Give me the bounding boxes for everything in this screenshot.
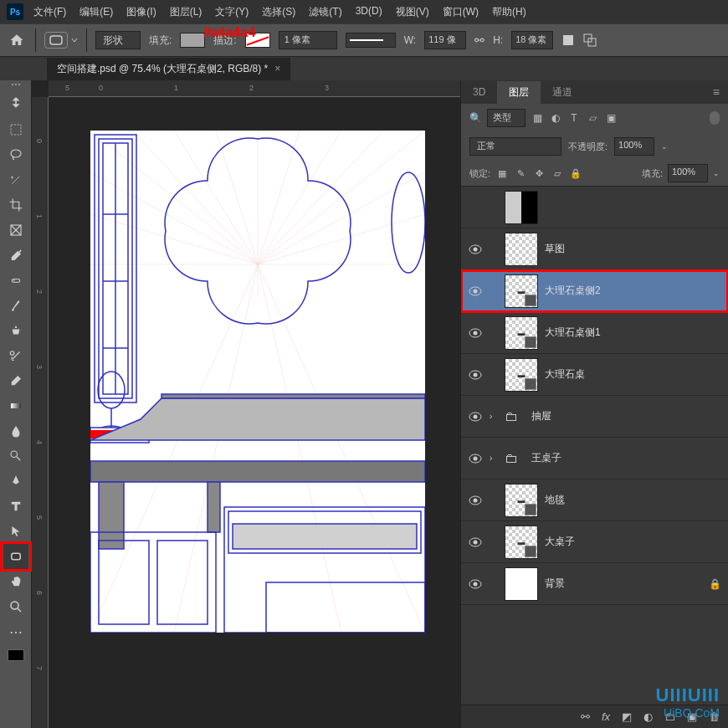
layer-name[interactable]: 背景 xyxy=(545,577,565,591)
shape-mode-select[interactable]: 形状 xyxy=(95,31,141,49)
menu-item[interactable]: 窗口(W) xyxy=(436,2,485,23)
magic-wand-tool[interactable] xyxy=(3,167,28,192)
expand-caret-icon[interactable]: › xyxy=(490,454,498,463)
menu-item[interactable]: 文字(Y) xyxy=(208,2,255,23)
stroke-style-select[interactable] xyxy=(346,33,396,48)
visibility-icon[interactable] xyxy=(468,242,483,257)
visibility-icon[interactable] xyxy=(468,326,483,341)
visibility-icon[interactable] xyxy=(468,367,483,382)
shape-preset[interactable] xyxy=(44,32,78,49)
layer-row[interactable] xyxy=(461,187,728,228)
menu-item[interactable]: 视图(V) xyxy=(389,2,436,23)
lock-pixels-icon[interactable]: ▦ xyxy=(495,167,509,180)
layer-name[interactable]: 地毯 xyxy=(545,493,565,507)
layer-name[interactable]: 草图 xyxy=(545,242,565,256)
layer-row[interactable]: ▬大理石桌 xyxy=(461,354,728,396)
edit-toolbar[interactable]: ⋯ xyxy=(3,619,28,644)
layer-name[interactable]: 大理石桌侧1 xyxy=(545,326,601,340)
layer-row[interactable]: 草图 xyxy=(461,228,728,270)
zoom-tool[interactable] xyxy=(3,594,28,619)
adjustment-icon[interactable]: ◐ xyxy=(643,710,653,723)
visibility-icon[interactable] xyxy=(468,409,483,424)
healing-tool[interactable] xyxy=(3,268,28,293)
filter-adjust-icon[interactable]: ◐ xyxy=(549,111,562,125)
menu-item[interactable]: 编辑(E) xyxy=(73,2,120,23)
home-button[interactable] xyxy=(7,30,27,50)
layer-thumbnail[interactable]: ▬ xyxy=(505,525,538,559)
document-tab[interactable]: 空间搭建.psd @ 75.4% (大理石桌侧2, RGB/8) * × xyxy=(47,58,290,80)
tab-3d[interactable]: 3D xyxy=(461,82,497,102)
expand-caret-icon[interactable]: › xyxy=(490,412,498,421)
layer-row[interactable]: ▬大桌子 xyxy=(461,521,728,563)
menu-item[interactable]: 文件(F) xyxy=(27,2,73,23)
history-brush-tool[interactable] xyxy=(3,343,28,368)
filter-smart-icon[interactable]: ▣ xyxy=(604,111,618,125)
visibility-icon[interactable] xyxy=(468,200,483,215)
layer-name[interactable]: 大桌子 xyxy=(545,535,575,549)
fill-opacity-input[interactable]: 100% xyxy=(668,164,708,182)
menu-item[interactable]: 帮助(H) xyxy=(485,2,533,23)
blend-mode-select[interactable]: 正常 xyxy=(469,137,561,156)
layer-row[interactable]: ▬地毯 xyxy=(461,479,728,521)
filter-shape-icon[interactable]: ▱ xyxy=(586,111,599,125)
menu-item[interactable]: 图层(L) xyxy=(163,2,209,23)
dodge-tool[interactable] xyxy=(3,443,28,469)
menu-item[interactable]: 选择(S) xyxy=(255,2,302,23)
path-selection-tool[interactable] xyxy=(3,519,28,544)
close-tab-icon[interactable]: × xyxy=(274,63,280,74)
fx-icon[interactable]: fx xyxy=(602,710,610,723)
link-dimensions-icon[interactable]: ⚯ xyxy=(474,33,484,47)
marquee-tool[interactable] xyxy=(3,117,28,142)
tab-layers[interactable]: 图层 xyxy=(497,81,541,104)
pathops-icon[interactable] xyxy=(583,33,597,47)
menu-item[interactable]: 图像(I) xyxy=(120,2,162,23)
brush-tool[interactable] xyxy=(3,293,28,318)
gradient-tool[interactable] xyxy=(3,393,28,418)
filter-type-icon[interactable]: T xyxy=(567,111,581,125)
lock-icon[interactable]: 🔒 xyxy=(709,578,721,590)
layer-thumbnail[interactable]: ▬ xyxy=(505,484,538,517)
width-input[interactable]: 119 像 xyxy=(424,31,466,49)
layer-row[interactable]: ▬大理石桌侧2 xyxy=(461,270,728,312)
crop-tool[interactable] xyxy=(3,192,28,218)
filter-pixel-icon[interactable]: ▦ xyxy=(531,111,544,125)
opacity-input[interactable]: 100% xyxy=(614,137,654,156)
visibility-icon[interactable] xyxy=(468,451,483,466)
canvas[interactable] xyxy=(90,131,425,633)
layer-thumbnail[interactable]: ▬ xyxy=(505,274,538,308)
filter-toggle[interactable] xyxy=(710,111,720,125)
lock-artboard-icon[interactable]: ▱ xyxy=(551,167,564,180)
layer-name[interactable]: 大理石桌 xyxy=(545,367,585,382)
menu-item[interactable]: 滤镜(T) xyxy=(302,2,348,23)
layer-name[interactable]: 大理石桌侧2 xyxy=(545,284,601,298)
align-icon[interactable] xyxy=(561,33,575,47)
rectangle-tool[interactable] xyxy=(3,544,28,569)
eyedropper-tool[interactable] xyxy=(3,243,28,268)
layer-thumbnail[interactable] xyxy=(505,567,538,601)
pen-tool[interactable] xyxy=(3,469,28,494)
visibility-icon[interactable] xyxy=(468,493,483,508)
layer-row[interactable]: 背景🔒 xyxy=(461,563,728,605)
filter-type-select[interactable]: 类型 xyxy=(487,109,525,127)
visibility-icon[interactable] xyxy=(468,284,483,299)
foreground-color[interactable] xyxy=(8,649,24,661)
tab-channels[interactable]: 通道 xyxy=(541,81,584,104)
lasso-tool[interactable] xyxy=(3,142,28,167)
layer-thumbnail[interactable]: ▬ xyxy=(505,316,538,350)
layer-thumbnail[interactable] xyxy=(505,191,538,224)
type-tool[interactable] xyxy=(3,494,28,519)
layer-thumbnail[interactable] xyxy=(505,233,538,266)
stroke-width-input[interactable]: 1 像素 xyxy=(279,31,337,49)
blur-tool[interactable] xyxy=(3,418,28,443)
clone-stamp-tool[interactable] xyxy=(3,318,28,343)
layer-thumbnail[interactable]: ▬ xyxy=(505,358,538,392)
layer-name[interactable]: 抽屉 xyxy=(531,409,551,423)
fill-swatch[interactable] xyxy=(180,33,205,48)
hand-tool[interactable] xyxy=(3,569,28,594)
layer-name[interactable]: 王桌子 xyxy=(531,451,561,465)
height-input[interactable]: 18 像素 xyxy=(511,31,553,49)
layer-row[interactable]: ›🗀抽屉 xyxy=(461,396,728,438)
menu-item[interactable]: 3D(D) xyxy=(349,2,389,23)
lock-all-icon[interactable]: 🔒 xyxy=(569,167,582,180)
visibility-icon[interactable] xyxy=(468,535,483,550)
